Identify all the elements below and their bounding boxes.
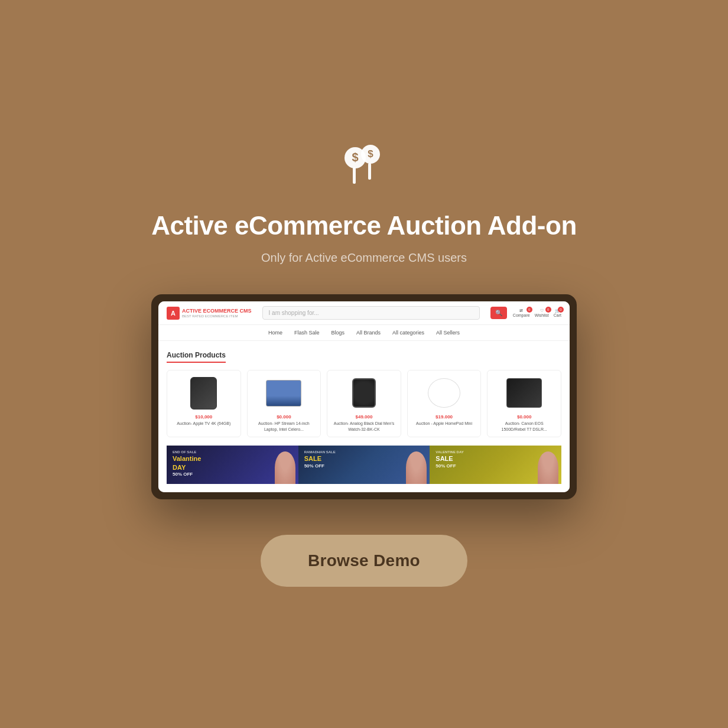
- ec-navbar: Home Flash Sale Blogs All Brands All cat…: [158, 325, 570, 341]
- ec-logo: A ACTIVE ECOMMERCE CMS BEST RATED ECOMME…: [167, 307, 252, 320]
- airpods-icon: [428, 378, 460, 408]
- compare-icon: ⇌: [519, 308, 523, 313]
- product-img-4: [424, 375, 465, 411]
- cart-icon-item[interactable]: 🛒 0 Cart: [554, 308, 561, 317]
- banner-2-text: RAMADHAN SALE SALE 50% OFF: [304, 450, 336, 469]
- banner-2-off: 50% OFF: [304, 463, 336, 469]
- product-name-1: Auction- Apple TV 4K (64GB): [177, 421, 230, 426]
- svg-text:$: $: [352, 151, 358, 164]
- auction-section-title: Auction Products: [167, 351, 226, 363]
- product-price-5: $0.000: [517, 414, 531, 420]
- product-name-3: Auction- Analog Black Dial Men's Watch-3…: [332, 421, 396, 431]
- product-card-5[interactable]: $0.000 Auction- Canon EOS 1500D/Rebel T7…: [487, 370, 561, 437]
- compare-icon-item[interactable]: ⇌ 0 Compare: [513, 308, 530, 317]
- banner-2-sale: SALE: [304, 454, 336, 463]
- banner-1-off: 50% OFF: [173, 472, 201, 477]
- wishlist-badge: 0: [545, 307, 551, 313]
- compare-badge: 0: [526, 307, 532, 313]
- product-name-4: Auction - Apple HomePod Mini: [416, 421, 472, 426]
- hero-section: $ $ Active eCommerce Auction Add-on Only…: [0, 141, 728, 586]
- main-title: Active eCommerce Auction Add-on: [151, 211, 577, 240]
- product-card-3[interactable]: $49.000 Auction- Analog Black Dial Men's…: [327, 370, 401, 437]
- watch-icon: [352, 378, 376, 408]
- product-name-5: Auction- Canon EOS 1500D/Rebel T7 DSLR..…: [492, 421, 556, 431]
- nav-all-sellers[interactable]: All Sellers: [436, 330, 460, 336]
- product-name-2: Auction- HP Stream 14-inch Laptop, Intel…: [252, 421, 316, 431]
- banner-1-person: [275, 451, 295, 484]
- nav-blogs[interactable]: Blogs: [331, 330, 344, 336]
- auction-products-list: $10,000 Auction- Apple TV 4K (64GB) $0.0…: [167, 370, 561, 437]
- svg-rect-4: [353, 167, 356, 184]
- camera-icon: [506, 378, 542, 408]
- ec-search-button[interactable]: 🔍: [490, 307, 507, 319]
- banner-2-person: [406, 451, 427, 484]
- cart-badge: 0: [558, 307, 564, 313]
- banner-3[interactable]: VALENTINE DAY SALE 50% OFF: [430, 446, 561, 484]
- browse-demo-button[interactable]: Browse Demo: [261, 535, 467, 587]
- product-price-3: $49.000: [356, 414, 373, 420]
- ec-logo-icon: A: [167, 307, 180, 320]
- product-img-2: [263, 375, 304, 411]
- wishlist-icon-item[interactable]: ♡ 0 Wishlist: [535, 308, 549, 317]
- ec-header-icons: ⇌ 0 Compare ♡ 0 Wishlist 🛒 0 Cart: [513, 308, 561, 317]
- browser-mockup: A ACTIVE ECOMMERCE CMS BEST RATED ECOMME…: [151, 294, 577, 499]
- banner-2-tag: RAMADHAN SALE: [304, 450, 336, 455]
- product-img-3: [343, 375, 385, 411]
- product-card-4[interactable]: $19.000 Auction - Apple HomePod Mini: [407, 370, 482, 437]
- banner-1-text: END OF SALE ValantineDAY 50% OFF: [173, 450, 201, 478]
- ec-logo-text: ACTIVE ECOMMERCE CMS BEST RATED ECOMMERC…: [182, 308, 252, 318]
- wishlist-icon: ♡: [540, 308, 544, 313]
- banner-1-tag: END OF SALE: [173, 450, 201, 455]
- wishlist-label: Wishlist: [535, 313, 549, 317]
- nav-all-brands[interactable]: All Brands: [356, 330, 381, 336]
- svg-text:$: $: [368, 148, 373, 160]
- banner-3-text: VALENTINE DAY SALE 50% OFF: [436, 450, 463, 469]
- ec-header: A ACTIVE ECOMMERCE CMS BEST RATED ECOMME…: [158, 301, 570, 325]
- laptop-icon: [266, 380, 301, 407]
- nav-home[interactable]: Home: [268, 330, 282, 336]
- hero-icon: $ $: [337, 141, 391, 197]
- product-price-4: $19.000: [436, 414, 453, 420]
- product-card-1[interactable]: $10,000 Auction- Apple TV 4K (64GB): [167, 370, 241, 437]
- banner-1-sale: ValantineDAY: [173, 454, 201, 472]
- banner-3-sale: SALE: [436, 454, 463, 463]
- compare-label: Compare: [513, 313, 530, 317]
- banner-1[interactable]: END OF SALE ValantineDAY 50% OFF: [167, 446, 298, 484]
- svg-rect-5: [368, 163, 371, 180]
- product-price-2: $0.000: [277, 414, 291, 420]
- banner-3-person: [538, 451, 558, 484]
- product-price-1: $10,000: [195, 414, 212, 420]
- banner-3-off: 50% OFF: [436, 463, 463, 469]
- subtitle: Only for Active eCommerce CMS users: [261, 251, 467, 265]
- banner-3-tag: VALENTINE DAY: [436, 450, 463, 455]
- ec-auction-section: Auction Products $10,000 Auction- Apple …: [158, 341, 570, 492]
- browser-inner: A ACTIVE ECOMMERCE CMS BEST RATED ECOMME…: [158, 301, 570, 492]
- phone-icon: [190, 377, 217, 410]
- product-img-5: [503, 375, 545, 411]
- nav-all-categories[interactable]: All categories: [392, 330, 424, 336]
- product-card-2[interactable]: $0.000 Auction- HP Stream 14-inch Laptop…: [247, 370, 321, 437]
- cart-label: Cart: [554, 313, 561, 317]
- banners-row: END OF SALE ValantineDAY 50% OFF RAMADHA…: [167, 446, 561, 484]
- nav-flash-sale[interactable]: Flash Sale: [294, 330, 320, 336]
- banner-2[interactable]: RAMADHAN SALE SALE 50% OFF: [298, 446, 430, 484]
- product-img-1: [183, 375, 225, 411]
- ec-search-bar[interactable]: I am shopping for...: [262, 306, 480, 320]
